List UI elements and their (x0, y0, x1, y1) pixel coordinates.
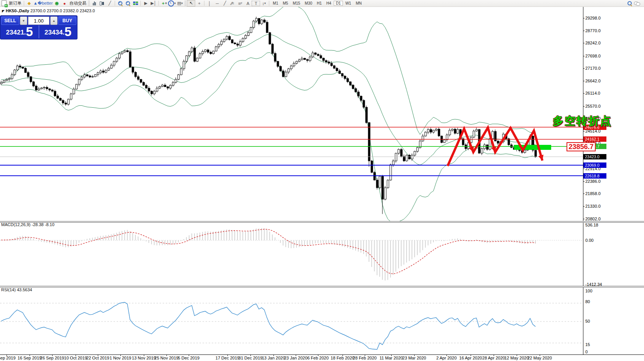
date-label: 23 Mar 2020 (402, 356, 426, 360)
new-order-label[interactable]: 新订单 (8, 0, 23, 6)
date-label: 17 Dec 2019 (216, 356, 239, 360)
signals-icon[interactable]: ◉ (53, 0, 61, 6)
crosshair-icon[interactable]: ＋ (195, 0, 203, 6)
price-level-label: 24162.1 (583, 136, 606, 142)
sell-button[interactable]: SELL (1, 16, 19, 25)
chat-icon[interactable] (633, 0, 641, 6)
bar-chart-icon[interactable] (91, 0, 98, 6)
search-icon[interactable] (626, 0, 633, 6)
price-tick-label: 27170.0 (585, 66, 601, 71)
volume-decrease-button[interactable]: ▼ (20, 16, 27, 25)
macd-axis-label: 0.00 (585, 238, 593, 243)
chart-title: ◤ HK50-,Daily 23700.0 23700.0 23382.0 23… (2, 8, 95, 13)
timeframe-d1[interactable]: D1 (334, 1, 343, 6)
pane-separator[interactable] (0, 286, 644, 287)
sell-price-main: 23421. (6, 28, 26, 38)
date-label: 28 Apr 2020 (482, 356, 505, 360)
price-tick (583, 131, 585, 131)
price-tick (583, 81, 585, 81)
autotrading-label[interactable]: 自动交易 (68, 0, 87, 6)
tile-windows-icon[interactable] (132, 0, 139, 6)
timeframe-mn[interactable]: MN (353, 1, 364, 6)
candlestick-icon[interactable] (98, 0, 106, 6)
templates-icon[interactable]: ▤▾ (176, 0, 184, 6)
trade-panel-prices: 23421.5 23434.5 (0, 25, 77, 38)
auto-scroll-icon[interactable]: ▶ (142, 0, 150, 6)
market-watch-icon[interactable]: ▲�better (33, 0, 53, 6)
timeframe-m1[interactable]: M1 (270, 1, 280, 6)
equidistant-channel-icon[interactable]: ⁄⁄E (229, 0, 236, 6)
vertical-line-icon[interactable]: │ (206, 0, 213, 6)
price-tick (583, 169, 585, 169)
price-level-label: 23423.0 (583, 154, 606, 159)
sell-price-pips: 5 (26, 26, 33, 38)
date-label: 2 Apr 2020 (436, 356, 456, 360)
periods-icon[interactable]: ▾ (168, 0, 176, 6)
indicators-icon[interactable]: ＋▾ (160, 0, 168, 6)
timeframe-h1[interactable]: H1 (315, 1, 324, 6)
price-tick-label: 26642.0 (585, 79, 601, 83)
volume-increase-button[interactable]: ▲ (50, 16, 58, 25)
trendline-icon[interactable]: ╱ (221, 0, 229, 6)
date-label: 13 Jan 2020 (262, 356, 285, 360)
date-label: 6 Feb 2020 (307, 356, 329, 360)
date-label: 5 Dec 2019 (178, 356, 199, 360)
price-tick (583, 93, 585, 94)
line-chart-icon[interactable]: ╱ (106, 0, 114, 6)
price-tick (583, 106, 585, 107)
toolbar-drag-handle[interactable] (184, 1, 186, 6)
price-tick-label: 28770.0 (585, 28, 601, 33)
price-tick-label: 21858.0 (585, 191, 601, 196)
profiles-icon[interactable]: ◆ (25, 0, 33, 6)
rsi-axis-label: 80 (585, 299, 590, 304)
one-click-trading-panel: SELL ▼ 1.00 ▲ BUY 23421.5 23434.5 (0, 15, 77, 39)
text-label-icon[interactable]: T (252, 1, 260, 6)
date-label: 10 Oct 2019 (64, 356, 87, 360)
trade-panel-top-row: SELL ▼ 1.00 ▲ BUY (0, 16, 77, 25)
price-tick (583, 31, 585, 31)
sell-price[interactable]: 23421.5 (0, 25, 39, 38)
price-tick (583, 206, 585, 207)
zoom-in-icon[interactable]: + (116, 0, 124, 6)
arrows-icon[interactable]: ↕▾ (260, 0, 268, 6)
timeframe-bar: M1M5M15M30H1H4D1W1MN (270, 1, 364, 6)
new-order-icon[interactable]: + (0, 0, 8, 6)
toolbar-drag-handle[interactable] (88, 1, 90, 6)
date-label: 22 May 2020 (527, 356, 552, 360)
date-label: 16 Sep 2019 (18, 356, 41, 360)
buy-price-main: 23434. (44, 28, 64, 38)
timeframe-w1[interactable]: W1 (343, 1, 353, 6)
price-chart-svg (0, 7, 583, 221)
rsi-axis-label: 0 (585, 350, 588, 354)
rsi-axis-label: 15 (585, 342, 590, 347)
volume-input[interactable]: 1.00 (28, 16, 49, 25)
chart-shift-icon[interactable]: ▶│ (150, 0, 157, 6)
cursor-icon[interactable]: ↖ (187, 0, 195, 7)
rsi-svg (0, 287, 583, 354)
timeframe-h4[interactable]: H4 (324, 1, 334, 6)
date-label: 16 Apr 2020 (459, 356, 482, 360)
buy-button[interactable]: BUY (58, 16, 76, 25)
turning-point-annotation: 多空转折点 (553, 114, 612, 128)
date-label: 31 Dec 2019 (239, 356, 262, 360)
divider (140, 1, 141, 6)
buy-price[interactable]: 23434.5 (39, 25, 77, 38)
date-label: 12 May 2020 (504, 356, 529, 360)
autotrading-icon[interactable]: ● (61, 0, 68, 6)
timeframe-m5[interactable]: M5 (280, 1, 290, 6)
date-label: 13 Nov 2019 (132, 356, 156, 360)
date-label: 23 Jan 2020 (284, 356, 308, 360)
horizontal-line-icon[interactable]: ─ (213, 0, 221, 6)
fibonacci-icon[interactable]: ≡F (236, 0, 244, 6)
price-axis-line (583, 7, 583, 354)
pane-separator[interactable] (0, 221, 644, 223)
price-tick-label: 21330.0 (585, 204, 601, 208)
timeframe-m15[interactable]: M15 (290, 1, 302, 6)
timeframe-m30[interactable]: M30 (303, 1, 315, 6)
price-tick (583, 18, 585, 18)
price-tick (583, 56, 585, 56)
text-icon[interactable]: A (244, 0, 252, 6)
zoom-out-icon[interactable]: − (124, 0, 132, 6)
date-label: 25 Nov 2019 (155, 356, 178, 360)
symbol-period: HK50-,Daily (6, 8, 29, 13)
